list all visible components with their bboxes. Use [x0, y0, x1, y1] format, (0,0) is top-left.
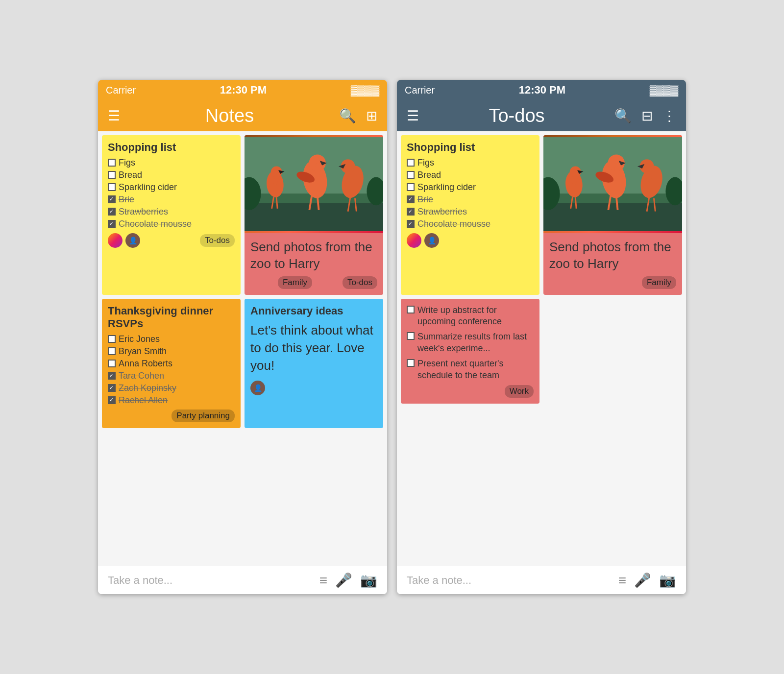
item-brie-2: Brie — [407, 194, 534, 205]
phone-todos: Carrier 12:30 PM ▓▓▓▓ ☰ To-dos 🔍 ⊟ ⋮ Sho… — [397, 80, 686, 594]
checkbox-anna[interactable] — [108, 360, 116, 367]
checkbox-brie-2[interactable] — [407, 195, 415, 203]
toolbar-2: ☰ To-dos 🔍 ⊟ ⋮ — [397, 100, 686, 131]
take-note-placeholder-2[interactable]: Take a note... — [407, 574, 611, 587]
search-icon-2[interactable]: 🔍 — [612, 106, 634, 126]
checkbox-bread[interactable] — [108, 171, 116, 179]
checkbox-present[interactable] — [407, 359, 415, 367]
item-figs: Figs — [108, 158, 235, 168]
checkbox-tara[interactable] — [108, 372, 116, 380]
checkbox-brie[interactable] — [108, 195, 116, 203]
item-brie: Brie — [108, 194, 235, 205]
notes-grid-2: Shopping list Figs Bread Sparkling cider… — [397, 131, 686, 566]
app-title-1: Notes — [128, 105, 331, 126]
person-avatar-3: 👤 — [424, 233, 439, 248]
checkbox-rachel[interactable] — [108, 396, 116, 404]
group-avatar-1 — [108, 233, 122, 248]
anniversary-card[interactable]: Anniversary ideas Let's think about what… — [245, 299, 383, 428]
zoo-photos-card-2[interactable]: Send photos from the zoo to Harry Family — [543, 135, 682, 295]
checkbox-figs[interactable] — [108, 159, 116, 167]
anniversary-footer: 👤 — [250, 381, 377, 395]
list-icon-1[interactable]: ≡ — [319, 573, 327, 588]
family-tag-1[interactable]: Family — [278, 276, 312, 289]
svg-rect-2 — [245, 203, 383, 231]
status-bar-2: Carrier 12:30 PM ▓▓▓▓ — [397, 80, 686, 100]
svg-rect-20 — [543, 203, 682, 231]
flamingo-image — [245, 135, 383, 233]
take-note-placeholder-1[interactable]: Take a note... — [108, 574, 312, 587]
search-icon-1[interactable]: 🔍 — [337, 106, 358, 126]
bottom-bar-2: Take a note... ≡ 🎤 📷 — [397, 566, 686, 594]
shopping-list-title: Shopping list — [108, 141, 235, 154]
item-sparkling-2: Sparkling cider — [407, 182, 534, 193]
checkbox-bread-2[interactable] — [407, 171, 415, 179]
bottom-bar-1: Take a note... ≡ 🎤 📷 — [98, 566, 387, 594]
checkbox-strawberries[interactable] — [108, 208, 116, 216]
item-strawberries: Strawberries — [108, 207, 235, 217]
item-bread-2: Bread — [407, 170, 534, 180]
checkbox-zach[interactable] — [108, 384, 116, 392]
person-avatar-2: 👤 — [250, 381, 265, 395]
notes-grid-1: Shopping list Figs Bread Sparkling cider… — [98, 131, 387, 566]
carrier-1: Carrier — [106, 85, 136, 96]
item-strawberries-2: Strawberries — [407, 207, 534, 217]
item-chocolate: Chocolate mousse — [108, 219, 235, 229]
mic-icon-1[interactable]: 🎤 — [335, 572, 352, 588]
phone-notes: Carrier 12:30 PM ▓▓▓▓ ☰ Notes 🔍 ⊞ Shoppi… — [98, 80, 387, 594]
grid-icon-2[interactable]: ⊟ — [639, 106, 655, 126]
list-icon-2[interactable]: ≡ — [618, 573, 626, 588]
party-tag[interactable]: Party planning — [172, 409, 235, 422]
anniversary-title: Anniversary ideas — [250, 305, 377, 317]
zoo-photos-card[interactable]: Send photos from the zoo to Harry Family… — [245, 135, 383, 295]
shopping-list-card[interactable]: Shopping list Figs Bread Sparkling cider… — [102, 135, 241, 295]
checkbox-abstract[interactable] — [407, 306, 415, 313]
item-bread: Bread — [108, 170, 235, 180]
checkbox-chocolate[interactable] — [108, 220, 116, 228]
checkbox-sparkling-2[interactable] — [407, 183, 415, 191]
item-eric: Eric Jones — [108, 334, 235, 344]
anniversary-body: Let's think about what to do this year. … — [250, 321, 377, 375]
thanksgiving-card[interactable]: Thanksgiving dinner RSVPs Eric Jones Bry… — [102, 299, 241, 428]
checkbox-figs-2[interactable] — [407, 159, 415, 167]
flamingo-image-2 — [543, 135, 682, 233]
zoo-note-body: Send photos from the zoo to Harry Family… — [245, 233, 383, 295]
toolbar-1: ☰ Notes 🔍 ⊞ — [98, 100, 387, 131]
menu-icon-2[interactable]: ☰ — [405, 106, 421, 126]
group-avatar-2 — [407, 233, 421, 248]
checkbox-chocolate-2[interactable] — [407, 220, 415, 228]
checkbox-bryan[interactable] — [108, 347, 116, 355]
checkbox-sparkling[interactable] — [108, 183, 116, 191]
mic-icon-2[interactable]: 🎤 — [634, 572, 651, 588]
todos-tag-img[interactable]: To-dos — [343, 276, 377, 289]
battery-2: ▓▓▓▓ — [650, 85, 678, 96]
carrier-2: Carrier — [405, 85, 435, 96]
item-figs-2: Figs — [407, 158, 534, 168]
thanksgiving-footer: Party planning — [108, 409, 235, 422]
time-1: 12:30 PM — [220, 84, 267, 96]
item-sparkling: Sparkling cider — [108, 182, 235, 193]
work-footer: Work — [407, 385, 534, 398]
work-todo-card[interactable]: Write up abstract for upcoming conferenc… — [401, 299, 539, 404]
checkbox-eric[interactable] — [108, 335, 116, 343]
camera-icon-1[interactable]: 📷 — [360, 572, 377, 588]
todo-abstract: Write up abstract for upcoming conferenc… — [407, 305, 534, 328]
zoo-note-footer-2: Family — [549, 276, 676, 289]
camera-icon-2[interactable]: 📷 — [659, 572, 676, 588]
zoo-note-footer: Family To-dos — [250, 276, 377, 289]
svg-line-33 — [575, 197, 576, 209]
menu-icon-1[interactable]: ☰ — [106, 106, 122, 126]
item-zach: Zach Kopinsky — [108, 383, 235, 393]
item-anna: Anna Roberts — [108, 359, 235, 369]
more-icon-2[interactable]: ⋮ — [661, 106, 678, 126]
work-tag[interactable]: Work — [505, 385, 534, 398]
todo-present: Present next quarter's schedule to the t… — [407, 358, 534, 381]
grid-icon-1[interactable]: ⊞ — [364, 106, 379, 126]
item-tara: Tara Cohen — [108, 371, 235, 381]
checkbox-strawberries-2[interactable] — [407, 208, 415, 216]
zoo-note-text: Send photos from the zoo to Harry — [250, 239, 377, 272]
checkbox-summarize[interactable] — [407, 332, 415, 340]
family-tag-2[interactable]: Family — [642, 276, 676, 289]
shopping-list-footer: 👤 To-dos — [108, 233, 235, 248]
shopping-list-card-2[interactable]: Shopping list Figs Bread Sparkling cider… — [401, 135, 539, 295]
todos-tag-1[interactable]: To-dos — [200, 234, 235, 247]
